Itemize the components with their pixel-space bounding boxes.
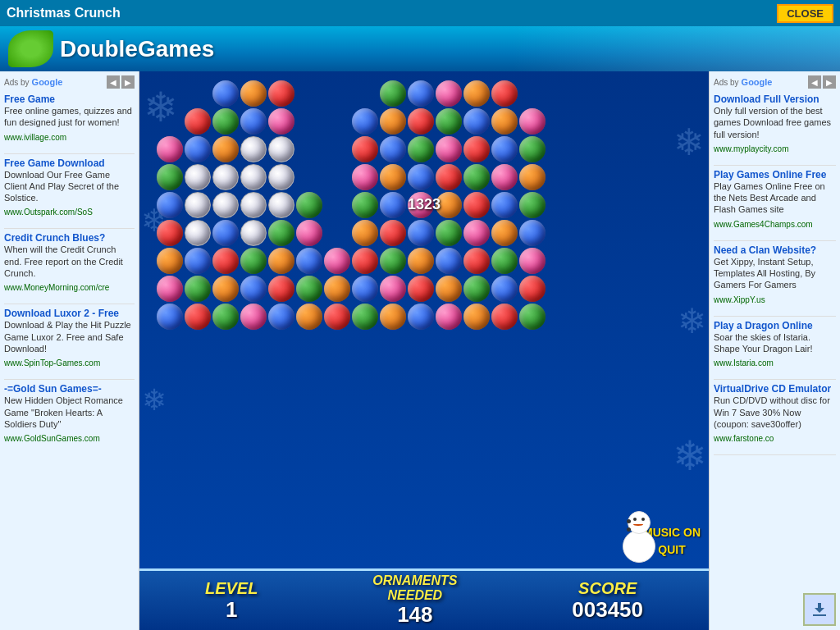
ball — [324, 136, 350, 162]
left-next-arrow[interactable]: ▶ — [121, 75, 135, 89]
ball — [436, 164, 462, 190]
right-ad-4-desc: Soar the skies of Istaria. Shape Your Dr… — [714, 331, 836, 355]
ball — [157, 80, 183, 107]
right-ad-4: Play a Dragon Online Soar the skies of I… — [714, 320, 836, 370]
ball — [324, 192, 350, 218]
ball — [436, 304, 462, 330]
ornaments-value: 148 — [372, 602, 457, 628]
ball — [212, 164, 239, 190]
left-ad-5: -=Gold Sun Games=- New Hidden Object Rom… — [4, 383, 135, 445]
ball — [296, 276, 322, 302]
ball — [240, 248, 267, 274]
left-ad-1-link[interactable]: Free Game — [4, 94, 135, 105]
ball — [491, 304, 518, 330]
ball — [240, 136, 267, 162]
left-sidebar: Ads by Google ◀ ▶ Free Game Free online … — [0, 71, 139, 630]
ball — [352, 248, 378, 274]
balls-container[interactable]: 1323 — [156, 80, 692, 564]
left-ad-5-url: www.GoldSunGames.com — [4, 434, 100, 443]
ball — [268, 108, 294, 135]
ball — [212, 276, 239, 302]
ball — [268, 220, 294, 246]
right-ad-4-link[interactable]: Play a Dragon Online — [714, 320, 836, 331]
ball — [408, 276, 434, 302]
ball — [491, 276, 518, 302]
ball — [240, 276, 267, 302]
close-button[interactable]: CLOSE — [777, 4, 833, 23]
ball — [380, 136, 406, 162]
ball — [212, 80, 239, 107]
ball — [352, 108, 378, 135]
ball — [185, 220, 211, 246]
ball — [408, 220, 434, 246]
ball — [185, 248, 211, 274]
left-ad-2: Free Game Download Download Our Free Gam… — [4, 158, 135, 219]
header-decoration — [512, 26, 840, 71]
ball — [268, 80, 294, 107]
ball — [491, 248, 518, 274]
ball — [436, 80, 462, 107]
ball — [157, 304, 183, 330]
ball — [380, 80, 406, 107]
right-ad-5-desc: Run CD/DVD without disc for Win 7 Save 3… — [714, 395, 836, 430]
ball-row-3 — [156, 135, 692, 163]
ball — [352, 192, 378, 218]
ball — [324, 80, 350, 107]
ball — [185, 304, 211, 330]
ball — [519, 220, 546, 246]
score-stat: SCORE 003450 — [572, 579, 643, 623]
ball — [408, 108, 434, 135]
left-ad-1-desc: Free online games, quizzes and fun desig… — [4, 105, 135, 129]
header: DoubleGames — [0, 26, 840, 71]
ball — [380, 164, 406, 190]
right-prev-arrow[interactable]: ◀ — [808, 75, 821, 89]
ball — [157, 192, 183, 218]
left-ad-5-link[interactable]: -=Gold Sun Games=- — [4, 383, 135, 395]
left-ads-header: Ads by Google ◀ ▶ — [4, 75, 135, 89]
ball — [212, 108, 239, 135]
left-ad-2-link[interactable]: Free Game Download — [4, 158, 135, 169]
ball — [463, 136, 490, 162]
right-nav-arrows: ◀ ▶ — [808, 75, 836, 89]
ball — [352, 220, 378, 246]
ball — [463, 248, 490, 274]
ball — [380, 248, 406, 274]
ball — [463, 304, 490, 330]
ball — [519, 80, 546, 107]
right-ad-5-link[interactable]: VirtualDrive CD Emulator — [714, 383, 836, 395]
download-icon-button[interactable] — [803, 593, 836, 626]
ball — [519, 164, 546, 190]
right-next-arrow[interactable]: ▶ — [823, 75, 836, 89]
ball — [491, 136, 518, 162]
right-ad-3-link[interactable]: Need a Clan Website? — [714, 244, 836, 256]
left-ad-3-link[interactable]: Credit Crunch Blues? — [4, 232, 135, 244]
right-ad-2-link[interactable]: Play Games Online Free — [714, 169, 836, 180]
ball — [296, 192, 322, 218]
svg-rect-0 — [813, 614, 826, 616]
ball — [324, 220, 350, 246]
right-ad-1-link[interactable]: Download Full Version — [714, 94, 836, 105]
game-bottom-bar: LEVEL 1 ORNAMENTSNEEDED 148 SCORE 003450 — [139, 568, 709, 630]
ball — [324, 276, 350, 302]
ball — [268, 164, 294, 190]
left-ad-2-desc: Download Our Free Game Client And Play S… — [4, 169, 135, 204]
left-prev-arrow[interactable]: ◀ — [107, 75, 120, 89]
snowman-head — [628, 511, 651, 534]
game-score-display: 1323 — [408, 196, 441, 213]
right-ads-header: Ads by Google ◀ ▶ — [714, 75, 836, 89]
ball — [185, 80, 211, 107]
game-area[interactable]: ❄ ❄ ❄ ❄ ❄ ❄ — [139, 71, 709, 630]
ball — [296, 248, 322, 274]
logo-text: DoubleGames — [60, 36, 214, 62]
left-ad-4: Download Luxor 2 - Free Download & Play … — [4, 308, 135, 369]
ball — [157, 248, 183, 274]
ball — [380, 304, 406, 330]
left-ad-1-url: www.ivillage.com — [4, 133, 66, 142]
left-ad-4-link[interactable]: Download Luxor 2 - Free — [4, 308, 135, 319]
ball — [268, 304, 294, 330]
ball — [240, 220, 267, 246]
ball — [157, 164, 183, 190]
ball — [240, 108, 267, 135]
ball — [463, 192, 490, 218]
ball — [491, 164, 518, 190]
